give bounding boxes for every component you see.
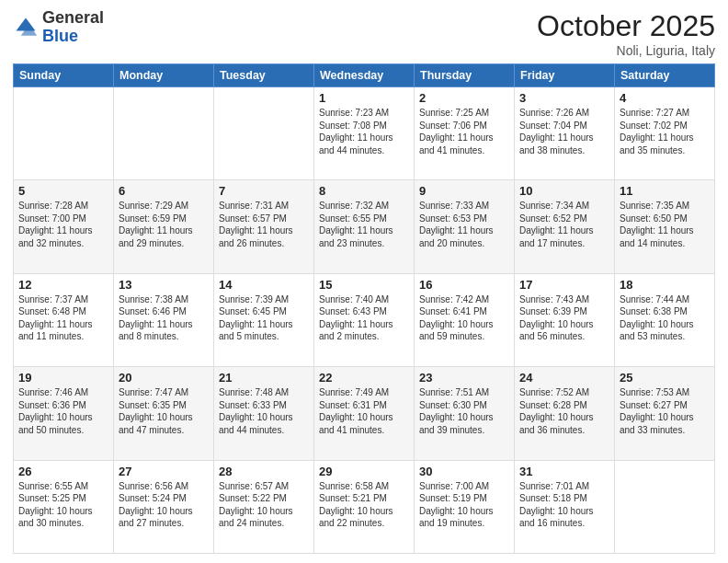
day-cell: 17Sunrise: 7:43 AMSunset: 6:39 PMDayligh… [515, 273, 615, 366]
month-title: October 2025 [537, 9, 715, 43]
day-number: 30 [419, 465, 509, 478]
day-number: 6 [119, 184, 209, 198]
day-info: Sunrise: 7:00 AMSunset: 5:19 PMDaylight:… [419, 480, 509, 530]
day-number: 25 [620, 371, 710, 385]
day-cell: 23Sunrise: 7:51 AMSunset: 6:30 PMDayligh… [415, 367, 515, 460]
day-cell: 14Sunrise: 7:39 AMSunset: 6:45 PMDayligh… [214, 273, 314, 366]
day-info: Sunrise: 7:40 AMSunset: 6:43 PMDaylight:… [319, 293, 409, 343]
day-info: Sunrise: 7:48 AMSunset: 6:33 PMDaylight:… [219, 386, 309, 436]
day-info: Sunrise: 7:51 AMSunset: 6:30 PMDaylight:… [419, 386, 509, 436]
day-cell: 2Sunrise: 7:25 AMSunset: 7:06 PMDaylight… [415, 87, 515, 180]
day-info: Sunrise: 6:55 AMSunset: 5:25 PMDaylight:… [18, 480, 108, 530]
day-cell: 16Sunrise: 7:42 AMSunset: 6:41 PMDayligh… [415, 273, 515, 366]
day-cell: 5Sunrise: 7:28 AMSunset: 7:00 PMDaylight… [14, 180, 114, 273]
day-cell: 27Sunrise: 6:56 AMSunset: 5:24 PMDayligh… [114, 460, 214, 553]
week-row-1: 1Sunrise: 7:23 AMSunset: 7:08 PMDaylight… [14, 87, 715, 180]
location: Noli, Liguria, Italy [537, 43, 715, 58]
week-row-2: 5Sunrise: 7:28 AMSunset: 7:00 PMDaylight… [14, 180, 715, 273]
day-cell: 28Sunrise: 6:57 AMSunset: 5:22 PMDayligh… [214, 460, 314, 553]
day-info: Sunrise: 7:26 AMSunset: 7:04 PMDaylight:… [519, 107, 609, 156]
day-cell: 11Sunrise: 7:35 AMSunset: 6:50 PMDayligh… [615, 180, 715, 273]
day-cell: 31Sunrise: 7:01 AMSunset: 5:18 PMDayligh… [515, 460, 615, 553]
header: General Blue October 2025 Noli, Liguria,… [13, 9, 715, 58]
day-cell: 26Sunrise: 6:55 AMSunset: 5:25 PMDayligh… [14, 460, 114, 553]
day-cell: 4Sunrise: 7:27 AMSunset: 7:02 PMDaylight… [615, 87, 715, 180]
title-block: October 2025 Noli, Liguria, Italy [537, 9, 715, 58]
day-info: Sunrise: 7:37 AMSunset: 6:48 PMDaylight:… [18, 293, 108, 343]
day-cell: 19Sunrise: 7:46 AMSunset: 6:36 PMDayligh… [14, 367, 114, 460]
day-cell: 24Sunrise: 7:52 AMSunset: 6:28 PMDayligh… [515, 367, 615, 460]
day-cell: 18Sunrise: 7:44 AMSunset: 6:38 PMDayligh… [615, 273, 715, 366]
day-cell: 29Sunrise: 6:58 AMSunset: 5:21 PMDayligh… [314, 460, 415, 553]
logo-general-text: General [42, 8, 104, 27]
day-number: 23 [419, 371, 509, 385]
day-info: Sunrise: 7:46 AMSunset: 6:36 PMDaylight:… [18, 386, 108, 436]
day-info: Sunrise: 7:29 AMSunset: 6:59 PMDaylight:… [119, 200, 209, 249]
day-cell: 21Sunrise: 7:48 AMSunset: 6:33 PMDayligh… [214, 367, 314, 460]
day-number: 13 [119, 278, 209, 292]
day-info: Sunrise: 7:34 AMSunset: 6:52 PMDaylight:… [519, 200, 609, 249]
weekday-header-thursday: Thursday [415, 64, 515, 87]
day-cell: 15Sunrise: 7:40 AMSunset: 6:43 PMDayligh… [314, 273, 415, 366]
day-number: 21 [219, 371, 309, 385]
day-info: Sunrise: 6:56 AMSunset: 5:24 PMDaylight:… [119, 480, 209, 530]
day-cell [14, 87, 114, 180]
day-number: 14 [219, 278, 309, 292]
day-cell: 8Sunrise: 7:32 AMSunset: 6:55 PMDaylight… [314, 180, 415, 273]
day-info: Sunrise: 7:43 AMSunset: 6:39 PMDaylight:… [519, 293, 609, 343]
day-number: 28 [219, 465, 309, 478]
day-info: Sunrise: 7:23 AMSunset: 7:08 PMDaylight:… [319, 107, 409, 156]
day-cell: 10Sunrise: 7:34 AMSunset: 6:52 PMDayligh… [515, 180, 615, 273]
day-info: Sunrise: 6:57 AMSunset: 5:22 PMDaylight:… [219, 480, 309, 530]
weekday-header-tuesday: Tuesday [214, 64, 314, 87]
day-info: Sunrise: 7:47 AMSunset: 6:35 PMDaylight:… [119, 386, 209, 436]
day-number: 19 [18, 371, 108, 385]
weekday-header-row: SundayMondayTuesdayWednesdayThursdayFrid… [14, 64, 715, 87]
day-number: 8 [319, 184, 409, 198]
day-info: Sunrise: 7:28 AMSunset: 7:00 PMDaylight:… [18, 200, 108, 249]
day-cell: 20Sunrise: 7:47 AMSunset: 6:35 PMDayligh… [114, 367, 214, 460]
page: General Blue October 2025 Noli, Liguria,… [0, 0, 728, 563]
day-info: Sunrise: 7:39 AMSunset: 6:45 PMDaylight:… [219, 293, 309, 343]
week-row-3: 12Sunrise: 7:37 AMSunset: 6:48 PMDayligh… [14, 273, 715, 366]
day-info: Sunrise: 7:27 AMSunset: 7:02 PMDaylight:… [620, 107, 710, 156]
weekday-header-monday: Monday [114, 64, 214, 87]
day-number: 7 [219, 184, 309, 198]
day-number: 20 [119, 371, 209, 385]
day-number: 29 [319, 465, 409, 478]
day-number: 3 [519, 91, 609, 105]
weekday-header-saturday: Saturday [615, 64, 715, 87]
day-cell: 22Sunrise: 7:49 AMSunset: 6:31 PMDayligh… [314, 367, 415, 460]
day-info: Sunrise: 7:01 AMSunset: 5:18 PMDaylight:… [519, 480, 609, 530]
day-cell: 9Sunrise: 7:33 AMSunset: 6:53 PMDaylight… [415, 180, 515, 273]
logo-icon [13, 15, 39, 40]
day-cell [214, 87, 314, 180]
day-cell: 7Sunrise: 7:31 AMSunset: 6:57 PMDaylight… [214, 180, 314, 273]
day-number: 9 [419, 184, 509, 198]
day-info: Sunrise: 7:52 AMSunset: 6:28 PMDaylight:… [519, 386, 609, 436]
day-number: 16 [419, 278, 509, 292]
day-number: 22 [319, 371, 409, 385]
week-row-4: 19Sunrise: 7:46 AMSunset: 6:36 PMDayligh… [14, 367, 715, 460]
day-number: 11 [620, 184, 710, 198]
day-number: 27 [119, 465, 209, 478]
day-info: Sunrise: 7:25 AMSunset: 7:06 PMDaylight:… [419, 107, 509, 156]
day-info: Sunrise: 7:35 AMSunset: 6:50 PMDaylight:… [620, 200, 710, 249]
day-info: Sunrise: 7:53 AMSunset: 6:27 PMDaylight:… [620, 386, 710, 436]
day-number: 15 [319, 278, 409, 292]
day-number: 17 [519, 278, 609, 292]
day-number: 2 [419, 91, 509, 105]
day-info: Sunrise: 7:32 AMSunset: 6:55 PMDaylight:… [319, 200, 409, 249]
logo-blue-text: Blue [42, 27, 78, 45]
day-info: Sunrise: 7:44 AMSunset: 6:38 PMDaylight:… [620, 293, 710, 343]
week-row-5: 26Sunrise: 6:55 AMSunset: 5:25 PMDayligh… [14, 460, 715, 553]
day-info: Sunrise: 7:42 AMSunset: 6:41 PMDaylight:… [419, 293, 509, 343]
day-number: 4 [620, 91, 710, 105]
day-cell: 13Sunrise: 7:38 AMSunset: 6:46 PMDayligh… [114, 273, 214, 366]
day-cell: 25Sunrise: 7:53 AMSunset: 6:27 PMDayligh… [615, 367, 715, 460]
day-info: Sunrise: 7:38 AMSunset: 6:46 PMDaylight:… [119, 293, 209, 343]
logo: General Blue [13, 9, 104, 46]
day-number: 24 [519, 371, 609, 385]
day-info: Sunrise: 7:49 AMSunset: 6:31 PMDaylight:… [319, 386, 409, 436]
day-cell [615, 460, 715, 553]
